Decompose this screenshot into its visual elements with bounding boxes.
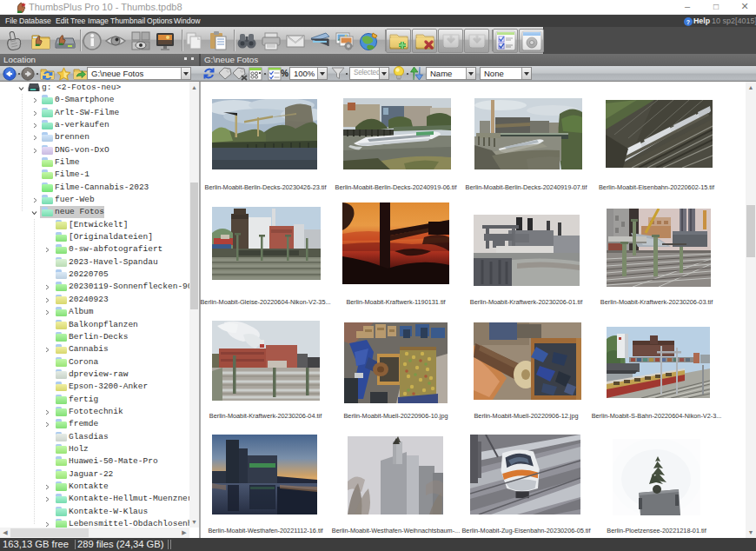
svg-text:?: ?: [686, 19, 690, 25]
